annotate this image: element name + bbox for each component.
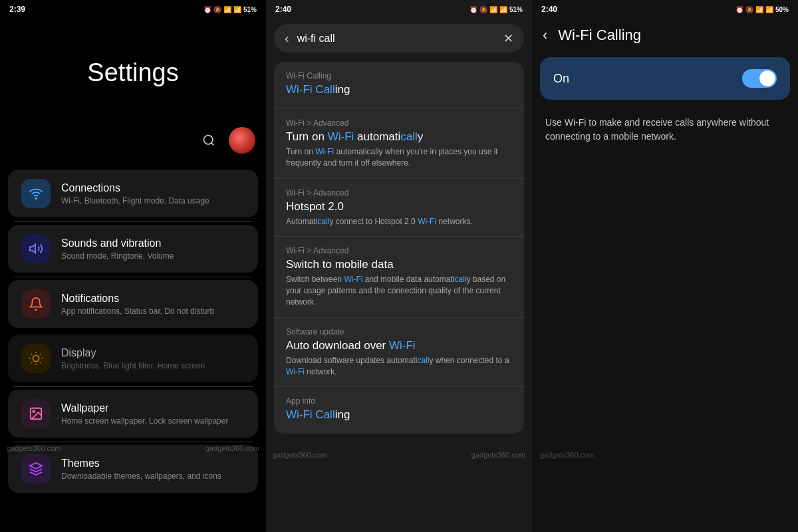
- alarm-icon: ⏰: [203, 6, 211, 13]
- divider-1: [13, 221, 253, 222]
- result-5-title: Auto download over Wi-Fi: [286, 339, 512, 352]
- status-icons-2: ⏰ 🔕 📶 📶 51%: [469, 6, 523, 13]
- search-results: Wi-Fi Calling Wi-Fi Calling Wi-Fi > Adva…: [274, 62, 524, 434]
- display-subtitle: Brightness, Blue light filter, Home scre…: [61, 361, 245, 370]
- result-1-title: Wi-Fi Calling: [286, 83, 512, 96]
- sounds-text: Sounds and vibration Sound mode, Rington…: [61, 237, 245, 261]
- alarm-icon-2: ⏰: [469, 6, 477, 13]
- status-bar-2: 2:40 ⏰ 🔕 📶 📶 51%: [266, 0, 532, 19]
- search-input[interactable]: wi-fi call: [297, 33, 495, 45]
- settings-item-notifications[interactable]: Notifications App notifications, Status …: [8, 280, 258, 328]
- wifi-calling-description: Use Wi-Fi to make and receive calls anyw…: [532, 105, 798, 154]
- settings-item-sounds[interactable]: Sounds and vibration Sound mode, Rington…: [8, 225, 258, 273]
- wifi-calling-toggle[interactable]: [742, 69, 777, 88]
- result-4-title: Switch to mobile data: [286, 258, 512, 271]
- connections-icon: [21, 179, 51, 208]
- wifi-icon-2: 📶: [489, 6, 497, 13]
- signal-icon-3: 📶: [765, 6, 773, 13]
- result-4-category: Wi-Fi > Advanced: [286, 246, 512, 255]
- battery-3: 50%: [775, 6, 789, 13]
- svg-point-4: [33, 355, 39, 361]
- svg-point-2: [35, 198, 37, 199]
- svg-line-7: [31, 354, 32, 354]
- avatar[interactable]: [229, 127, 255, 154]
- display-icon: [21, 344, 51, 373]
- result-1-rest: ing: [335, 83, 350, 96]
- toggle-label: On: [553, 72, 569, 86]
- search-button[interactable]: [197, 128, 221, 152]
- result-2-desc: Turn on Wi-Fi automatically when you're …: [286, 146, 512, 169]
- settings-item-themes[interactable]: Themes Downloadable themes, wallpapers, …: [8, 445, 258, 493]
- result-1-category: Wi-Fi Calling: [286, 71, 512, 80]
- battery-2: 51%: [509, 6, 523, 13]
- notifications-text: Notifications App notifications, Status …: [61, 293, 245, 316]
- result-3-category: Wi-Fi > Advanced: [286, 188, 512, 198]
- themes-icon: [21, 454, 51, 483]
- settings-title: Settings: [0, 59, 266, 87]
- wifi-icon-3: 📶: [755, 6, 763, 13]
- connections-label: Connections: [61, 182, 245, 194]
- toggle-knob: [759, 70, 775, 86]
- time-3: 2:40: [541, 5, 557, 14]
- wifi-calling-toggle-row[interactable]: On: [540, 57, 790, 100]
- notifications-icon: [21, 289, 51, 319]
- status-icons-1: ⏰ 🔕 📶 📶 51%: [203, 6, 257, 13]
- alarm-icon-3: ⏰: [735, 6, 743, 13]
- svg-point-0: [204, 136, 213, 144]
- display-text: Display Brightness, Blue light filter, H…: [61, 347, 245, 370]
- signal-icon: 📶: [233, 6, 241, 13]
- result-wifi-auto[interactable]: Wi-Fi > Advanced Turn on Wi-Fi automatic…: [274, 109, 524, 179]
- result-2-title: Turn on Wi-Fi automatically: [286, 130, 512, 144]
- result-auto-download[interactable]: Software update Auto download over Wi-Fi…: [274, 318, 524, 388]
- result-appinfo-wifi[interactable]: App info Wi-Fi Calling: [274, 387, 524, 434]
- watermark-2: gadgets360.com gadgets360.com: [266, 451, 532, 459]
- wifi-calling-panel: 2:40 ⏰ 🔕 📶 📶 50% ‹ Wi-Fi Calling On Use …: [532, 0, 798, 532]
- search-back-button[interactable]: ‹: [285, 31, 289, 46]
- notifications-subtitle: App notifications, Status bar, Do not di…: [61, 307, 245, 316]
- divider-2: [13, 277, 253, 277]
- result-hotspot[interactable]: Wi-Fi > Advanced Hotspot 2.0 Automatical…: [274, 179, 524, 237]
- mute-icon-3: 🔕: [745, 6, 753, 13]
- mute-icon-2: 🔕: [479, 6, 487, 13]
- mute-icon: 🔕: [213, 6, 221, 13]
- status-icons-3: ⏰ 🔕 📶 📶 50%: [735, 6, 789, 13]
- result-3-desc: Automatically connect to Hotspot 2.0 Wi-…: [286, 216, 512, 227]
- result-4-desc: Switch between Wi-Fi and mobile data aut…: [286, 274, 512, 307]
- svg-line-11: [31, 362, 32, 363]
- divider-3: [13, 386, 253, 387]
- result-6-category: App info: [286, 396, 512, 406]
- divider-4: [13, 442, 253, 442]
- p3-title: Wi-Fi Calling: [558, 27, 641, 44]
- result-1-highlight: Wi-Fi Call: [286, 83, 335, 96]
- sounds-icon: [21, 234, 51, 263]
- connections-text: Connections Wi-Fi, Bluetooth, Flight mod…: [61, 182, 245, 205]
- settings-panel: 2:39 ⏰ 🔕 📶 📶 51% Settings Connections Wi…: [0, 0, 266, 532]
- result-2-category: Wi-Fi > Advanced: [286, 118, 512, 128]
- battery-1: 51%: [243, 6, 257, 13]
- svg-line-12: [40, 354, 41, 354]
- notifications-label: Notifications: [61, 293, 245, 305]
- display-label: Display: [61, 347, 245, 359]
- result-6-title: Wi-Fi Calling: [286, 408, 512, 422]
- result-5-category: Software update: [286, 327, 512, 336]
- settings-item-connections[interactable]: Connections Wi-Fi, Bluetooth, Flight mod…: [8, 170, 258, 217]
- themes-text: Themes Downloadable themes, wallpapers, …: [61, 458, 245, 481]
- result-mobile-data[interactable]: Wi-Fi > Advanced Switch to mobile data S…: [274, 237, 524, 317]
- result-3-title: Hotspot 2.0: [286, 200, 512, 213]
- svg-line-8: [40, 362, 41, 363]
- connections-subtitle: Wi-Fi, Bluetooth, Flight mode, Data usag…: [61, 196, 245, 205]
- result-wifi-calling[interactable]: Wi-Fi Calling Wi-Fi Calling: [274, 62, 524, 109]
- time-1: 2:39: [9, 5, 25, 14]
- settings-item-display[interactable]: Display Brightness, Blue light filter, H…: [8, 334, 258, 382]
- search-clear-button[interactable]: ✕: [503, 31, 513, 46]
- p3-header: ‹ Wi-Fi Calling: [532, 19, 798, 52]
- settings-item-wallpaper[interactable]: Wallpaper Home screen wallpaper, Lock sc…: [8, 390, 258, 438]
- time-2: 2:40: [275, 5, 291, 14]
- wallpaper-label: Wallpaper: [61, 402, 245, 414]
- status-bar-1: 2:39 ⏰ 🔕 📶 📶 51%: [0, 0, 266, 19]
- sounds-subtitle: Sound mode, Ringtone, Volume: [61, 251, 245, 261]
- themes-label: Themes: [61, 458, 245, 469]
- signal-icon-2: 📶: [499, 6, 507, 13]
- wallpaper-subtitle: Home screen wallpaper, Lock screen wallp…: [61, 416, 245, 426]
- back-button[interactable]: ‹: [543, 27, 547, 44]
